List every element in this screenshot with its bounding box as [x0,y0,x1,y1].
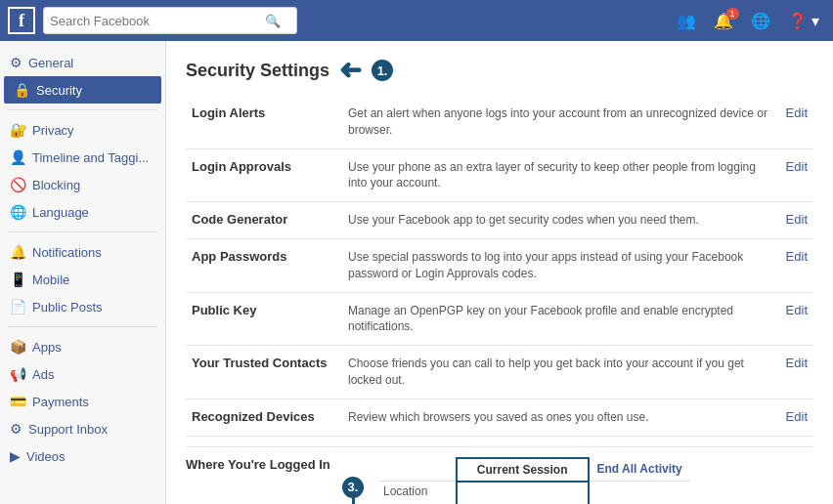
sidebar-item-security[interactable]: 🔒 Security [4,76,161,104]
sidebar: ⚙ General 🔒 Security 🔐 Privacy 👤 Timelin… [0,41,166,504]
search-icon: 🔍 [265,14,281,28]
lock-icon: 🔒 [14,82,30,98]
row-label-recognized-devices: Recognized Devices [186,399,342,436]
table-row: Recognized Devices Review which browsers… [186,399,813,436]
timeline-icon: 👤 [10,149,26,165]
session-table: Current Session End All Activity Locatio… [379,457,690,504]
sidebar-item-payments[interactable]: 💳 Payments [0,388,165,415]
mobile-icon: 📱 [10,272,26,287]
friends-icon[interactable]: 👥 [671,8,702,34]
row-label-public-key: Public Key [186,292,342,346]
row-desc-app-passwords: Use special passwords to log into your a… [342,238,780,292]
row-desc-login-alerts: Get an alert when anyone logs into your … [342,96,780,148]
row-desc-public-key: Manage an OpenPGP key on your Facebook p… [342,292,780,346]
table-row: Your Trusted Contacts Choose friends you… [186,346,813,399]
language-icon: 🌐 [10,204,26,220]
sidebar-item-videos[interactable]: ▶ Videos [0,442,165,470]
arrow-annotation-1: ➜ [339,57,362,84]
row-label-location: Location [379,482,457,502]
row-desc-code-generator: Use your Facebook app to get security co… [342,202,780,239]
help-icon[interactable]: ❓ ▾ [782,8,825,34]
apps-icon: 📦 [10,339,26,355]
sidebar-item-privacy[interactable]: 🔐 Privacy [0,116,165,144]
settings-table: Login Alerts Get an alert when anyone lo… [186,96,813,437]
col-location [379,458,457,482]
table-row: Login Alerts Get an alert when anyone lo… [186,96,813,148]
edit-trusted-contacts[interactable]: Edit [780,346,813,399]
notifications-icon: 🔔 [10,244,26,260]
row-desc-trusted-contacts: Choose friends you can call to help you … [342,346,780,399]
main-layout: ⚙ General 🔒 Security 🔐 Privacy 👤 Timelin… [0,41,833,504]
support-icon: ⚙ [10,421,22,437]
col-end-all[interactable]: End All Activity [589,458,690,482]
content-area: Security Settings ➜ 1. Login Alerts Get … [166,41,833,504]
edit-login-alerts[interactable]: Edit [780,96,813,148]
search-input[interactable] [50,14,265,28]
blocking-icon: 🚫 [10,177,26,192]
row-label-code-generator: Code Generator [186,202,342,239]
row-label-login-approvals: Login Approvals [186,148,342,202]
sidebar-item-mobile[interactable]: 📱 Mobile [0,266,165,293]
row-label-trusted-contacts: Your Trusted Contacts [186,346,342,399]
table-row: Public Key Manage an OpenPGP key on your… [186,292,813,346]
table-row: Code Generator Use your Facebook app to … [186,202,813,239]
page-title-row: Security Settings ➜ 1. [186,57,813,84]
sidebar-item-ads[interactable]: 📢 Ads [0,360,165,388]
logged-in-header: Where You're Logged In [186,457,342,472]
step3-badge: 3. [342,477,364,498]
ads-icon: 📢 [10,366,26,382]
table-row: App Passwords Use special passwords to l… [186,238,813,292]
location-value [457,482,589,502]
privacy-icon: 🔐 [10,122,26,138]
row-desc-login-approvals: Use your phone as an extra layer of secu… [342,148,780,202]
payments-icon: 💳 [10,394,26,409]
notification-icon[interactable]: 🔔 1 [708,8,739,34]
videos-icon: ▶ [10,448,21,464]
row-label-app-passwords: App Passwords [186,238,342,292]
sidebar-item-apps[interactable]: 📦 Apps [0,333,165,360]
nav-right-icons: 👥 🔔 1 🌐 ❓ ▾ [671,8,825,34]
sidebar-item-general[interactable]: ⚙ General [0,49,165,76]
facebook-logo: f [8,7,35,34]
row-label-login-alerts: Login Alerts [186,96,342,148]
sidebar-divider-3 [8,326,157,327]
row-desc-recognized-devices: Review which browsers you saved as ones … [342,399,780,436]
step1-badge: 1. [372,60,393,81]
table-row: Login Approvals Use your phone as an ext… [186,148,813,202]
notification-badge: 1 [726,8,739,20]
globe-icon[interactable]: 🌐 [745,8,776,34]
edit-code-generator[interactable]: Edit [780,202,813,239]
search-bar[interactable]: 🔍 [43,7,297,34]
top-navigation: f 🔍 👥 🔔 1 🌐 ❓ ▾ [0,0,833,41]
sidebar-divider-2 [8,231,157,232]
sidebar-item-notifications[interactable]: 🔔 Notifications [0,238,165,266]
sidebar-item-public-posts[interactable]: 📄 Public Posts [0,293,165,320]
edit-app-passwords[interactable]: Edit [780,238,813,292]
sidebar-item-blocking[interactable]: 🚫 Blocking [0,171,165,198]
edit-public-key[interactable]: Edit [780,292,813,346]
sidebar-item-support[interactable]: ⚙ Support Inbox [0,415,165,442]
page-title-text: Security Settings [186,61,329,81]
publicposts-icon: 📄 [10,299,26,315]
col-current-session: Current Session [457,458,589,482]
edit-recognized-devices[interactable]: Edit [780,399,813,436]
sidebar-item-timeline[interactable]: 👤 Timeline and Taggi... [0,144,165,171]
gear-icon: ⚙ [10,55,22,70]
sidebar-divider [8,109,157,110]
edit-login-approvals[interactable]: Edit [780,148,813,202]
sidebar-item-language[interactable]: 🌐 Language [0,198,165,226]
